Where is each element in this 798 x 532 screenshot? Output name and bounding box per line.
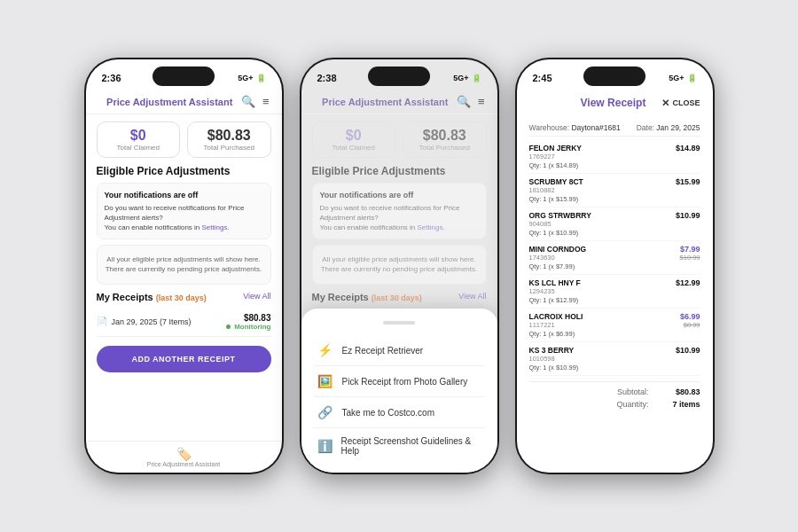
notif-link-2[interactable]: Settings. [418,223,445,231]
item-id-6: 1010598 [529,355,579,363]
quantity-value: 7 items [656,400,700,409]
modal-item-gallery[interactable]: 🖼️ Pick Receipt from Photo Gallery [314,366,485,397]
modal-sheet-2: ⚡ Ez Receipt Retriever 🖼️ Pick Receipt f… [301,309,497,473]
purchased-amount-1: $80.83 [195,128,263,144]
item-right-2: $10.99 [676,211,700,220]
item-price-3: $7.99 [680,245,700,254]
gallery-icon: 🖼️ [317,374,333,388]
receipt-view-title: View Receipt [565,97,662,109]
phone-1: 2:36 5G+ 🔋 Price Adjustment Assistant 🔍 … [84,58,284,474]
quantity-line: Quantity: 7 items [529,398,700,411]
signal-2: 5G+ [453,74,468,82]
modal-item-help-label: Receipt Screenshot Guidelines & Help [341,436,481,456]
status-icons-1: 5G+ 🔋 [238,74,265,82]
item-right-4: $12.99 [676,278,700,287]
receipts-header-1: My Receipts (last 30 days) View All [97,290,271,302]
receipt-left-1: 📄 Jan 29, 2025 (7 Items) [97,317,192,326]
app-header-1: Price Adjustment Assistant 🔍 ≡ [86,93,282,114]
notif-body-1: Do you want to receive notifications for… [105,203,263,223]
notif-suffix-1: You can enable notifications in Settings… [105,223,263,232]
item-price-4: $12.99 [676,278,700,287]
item-left-3: MINI CORNDOG 1743630 Qty: 1 (x $7.99) [529,245,587,270]
claimed-label-2: Total Claimed [320,144,388,152]
item-left-5: LACROIX HOLI 1117221 Qty: 1 (x $6.99) [529,312,583,338]
item-id-4: 1294235 [529,287,581,295]
phone-content-1: $0 Total Claimed $80.83 Total Purchased … [86,114,282,441]
add-receipt-button-1[interactable]: ADD ANOTHER RECEIPT [97,346,271,372]
modal-handle-2 [383,321,415,325]
menu-icon-2[interactable]: ≡ [478,95,485,108]
receipt-item-1[interactable]: 📄 Jan 29, 2025 (7 Items) $80.83 Monitori… [97,308,271,337]
item-name-6: KS 3 BERRY [529,346,579,355]
item-right-1: $15.99 [676,177,700,186]
item-price-orig-3: $10.99 [680,254,700,262]
claimed-amount-1: $0 [105,128,173,144]
empty-state-2: All your eligible price adjustments will… [312,245,487,284]
receipt-content: Warehouse: Daytona#1681 Date: Jan 29, 20… [517,114,713,473]
modal-item-help[interactable]: ℹ️ Receipt Screenshot Guidelines & Help [314,428,485,464]
total-claimed-card-1: $0 Total Claimed [97,121,181,158]
modal-item-ez[interactable]: ⚡ Ez Receipt Retriever [314,335,485,366]
ez-receipt-icon: ⚡ [317,343,333,357]
item-qty-0: Qty: 1 (x $14.89) [529,161,583,169]
modal-item-costco-label: Take me to Costco.com [342,408,434,418]
search-icon-2[interactable]: 🔍 [457,95,471,108]
table-row: FELON JERKY 1769227 Qty: 1 (x $14.89) $1… [529,140,700,174]
item-qty-4: Qty: 1 (x $12.99) [529,296,581,304]
purchased-amount-2: $80.83 [411,128,479,144]
search-icon-1[interactable]: 🔍 [241,95,255,108]
receipt-view-header: View Receipt ✕ CLOSE [517,93,713,114]
costco-link-icon: 🔗 [317,405,333,419]
battery-icon-3: 🔋 [687,74,697,82]
item-id-0: 1769227 [529,153,583,160]
receipt-date-1: Jan 29, 2025 (7 Items) [112,317,192,326]
item-left-6: KS 3 BERRY 1010598 Qty: 1 (x $10.99) [529,346,579,372]
receipt-icon-1: 📄 [97,317,107,326]
view-all-1[interactable]: View All [243,292,270,301]
table-row: KS LCL HNY F 1294235 Qty: 1 (x $12.99) $… [529,275,700,309]
item-right-3: $7.99 $10.99 [680,245,700,262]
view-all-2[interactable]: View All [458,292,486,301]
notif-link-1[interactable]: Settings. [202,223,230,231]
table-row: LACROIX HOLI 1117221 Qty: 1 (x $6.99) $6… [529,309,700,342]
receipt-summary: Subtotal: $80.83 Quantity: 7 items [529,381,700,411]
total-purchased-card-2: $80.83 Total Purchased [403,121,487,158]
item-name-3: MINI CORNDOG [529,245,587,254]
phone-2: 2:38 5G+ 🔋 Price Adjustment Assistant 🔍 … [300,58,499,474]
item-qty-3: Qty: 1 (x $7.99) [529,262,587,270]
item-price-5: $6.99 [680,312,700,321]
item-name-1: SCRUBMY 8CT [529,177,583,186]
item-qty-6: Qty: 1 (x $10.99) [529,364,579,372]
item-left-4: KS LCL HNY F 1294235 Qty: 1 (x $12.99) [529,278,581,304]
menu-icon-1[interactable]: ≡ [262,95,270,108]
receipt-date-label: Date: Jan 29, 2025 [637,123,700,132]
table-row: SCRUBMY 8CT 1810882 Qty: 1 (x $15.99) $1… [529,174,700,207]
signal-1: 5G+ [238,74,253,82]
last30-2: (last 30 days) [372,293,422,302]
time-3: 2:45 [533,73,552,83]
table-row: ORG STRWBRRY 904085 Qty: 1 (x $10.99) $1… [529,207,700,241]
subtotal-key: Subtotal: [617,387,649,396]
header-right-icons-1: 🔍 ≡ [241,95,270,108]
item-right-6: $10.99 [676,346,700,355]
close-button[interactable]: ✕ CLOSE [661,98,700,109]
item-price-2: $10.99 [676,211,700,220]
table-row: MINI CORNDOG 1743630 Qty: 1 (x $7.99) $7… [529,241,700,275]
header-right-icons-2: 🔍 ≡ [457,95,485,108]
item-price-orig-5: $8.99 [680,321,700,329]
total-purchased-card-1: $80.83 Total Purchased [187,121,271,158]
time-2: 2:38 [317,73,337,83]
receipt-right-1: $80.83 Monitoring [226,313,271,331]
notification-box-2: Your notifications are off Do you want t… [312,183,487,239]
item-qty-2: Qty: 1 (x $10.99) [529,229,591,237]
dynamic-island-2 [368,66,430,86]
monitoring-dot-1 [226,325,231,329]
item-id-1: 1810882 [529,186,583,194]
item-name-0: FELON JERKY [529,144,583,153]
last30-1: (last 30 days) [156,293,207,302]
close-label: CLOSE [672,98,700,107]
item-left-2: ORG STRWBRRY 904085 Qty: 1 (x $10.99) [529,211,591,237]
eligible-title-2: Eligible Price Adjustments [312,165,487,177]
empty-state-1: All your eligible price adjustments will… [97,245,271,284]
modal-item-costco[interactable]: 🔗 Take me to Costco.com [314,397,485,428]
